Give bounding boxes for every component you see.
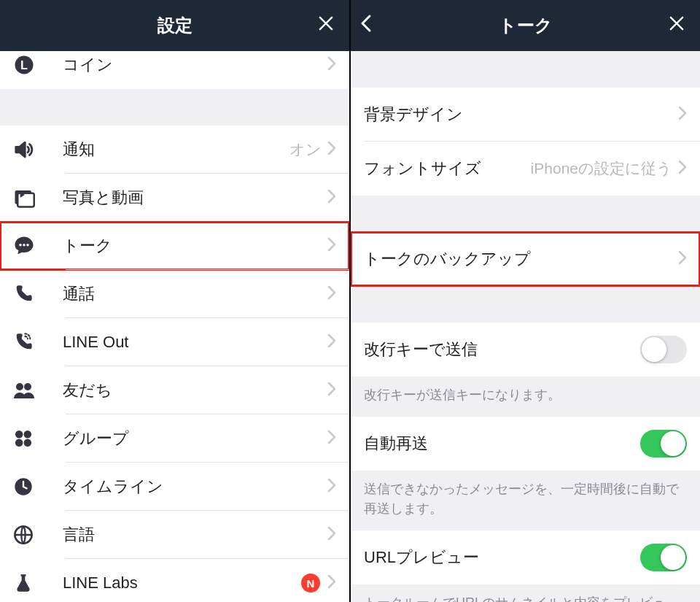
svg-point-6	[23, 244, 26, 247]
close-icon[interactable]	[666, 13, 687, 38]
footer-urlpreview: トークルームでURLのサムネイルと内容をプレビュ	[351, 584, 700, 602]
chevron-right-icon	[678, 250, 687, 268]
svg-point-5	[19, 244, 22, 247]
chevron-right-icon	[327, 430, 336, 447]
group-icon	[13, 428, 63, 449]
row-lineout[interactable]: LINE Out	[0, 318, 349, 366]
row-urlpreview-label: URLプレビュー	[364, 547, 640, 568]
row-call-label: 通話	[63, 283, 327, 305]
clock-icon	[13, 476, 63, 497]
row-timeline[interactable]: タイムライン	[0, 463, 349, 511]
toggle-enter-send[interactable]	[640, 336, 687, 363]
chevron-right-icon	[327, 478, 336, 495]
chevron-right-icon	[678, 160, 687, 177]
chevron-right-icon	[327, 382, 336, 399]
settings-pane: 設定 L コイン 通知 オン	[0, 0, 349, 602]
row-coin[interactable]: L コイン	[0, 51, 349, 89]
settings-title: 設定	[158, 14, 192, 37]
row-fontsize-value: iPhoneの設定に従う	[531, 158, 672, 179]
chevron-right-icon	[327, 237, 336, 255]
row-friends[interactable]: 友だち	[0, 366, 349, 414]
svg-text:L: L	[20, 58, 28, 72]
row-labs[interactable]: LINE Labs N	[0, 559, 349, 602]
chevron-right-icon	[327, 189, 336, 207]
footer-enter-send: 改行キーが送信キーになります。	[351, 377, 700, 417]
back-icon[interactable]	[359, 13, 374, 38]
talk-pane: トーク 背景デザイン フォントサイズ iPhoneの設定に従う トークのバックア…	[351, 0, 700, 602]
new-badge: N	[301, 574, 320, 593]
row-enter-send-label: 改行キーで送信	[364, 339, 640, 360]
speaker-icon	[13, 139, 63, 161]
globe-icon	[13, 525, 63, 545]
svg-rect-3	[18, 193, 34, 207]
toggle-urlpreview[interactable]	[640, 544, 687, 571]
row-talk[interactable]: トーク	[0, 222, 349, 270]
photo-icon	[13, 187, 63, 209]
coin-icon: L	[13, 54, 63, 76]
svg-point-13	[24, 439, 32, 447]
talk-title: トーク	[499, 14, 553, 37]
settings-content: L コイン 通知 オン 写真と動画	[0, 51, 349, 602]
row-timeline-label: タイムライン	[63, 476, 327, 498]
flask-icon	[13, 573, 63, 593]
row-coin-label: コイン	[63, 54, 327, 76]
row-urlpreview[interactable]: URLプレビュー	[351, 530, 700, 584]
chevron-right-icon	[327, 285, 336, 303]
chevron-right-icon	[327, 526, 336, 544]
svg-point-7	[26, 244, 29, 247]
chevron-right-icon	[327, 333, 336, 351]
svg-point-11	[24, 431, 32, 439]
row-bgdesign[interactable]: 背景デザイン	[351, 88, 700, 142]
row-group-label: グループ	[63, 428, 327, 449]
chevron-right-icon	[327, 141, 336, 158]
row-group[interactable]: グループ	[0, 414, 349, 463]
row-backup-label: トークのバックアップ	[364, 248, 678, 270]
row-autoresend-label: 自動再送	[364, 433, 640, 455]
row-photovideo[interactable]: 写真と動画	[0, 174, 349, 222]
talk-content: 背景デザイン フォントサイズ iPhoneの設定に従う トークのバックアップ 改…	[351, 51, 700, 602]
row-bgdesign-label: 背景デザイン	[364, 104, 678, 126]
row-photovideo-label: 写真と動画	[63, 187, 327, 209]
chevron-right-icon	[327, 574, 336, 592]
talk-header: トーク	[351, 0, 700, 51]
row-lineout-label: LINE Out	[63, 333, 327, 352]
row-autoresend[interactable]: 自動再送	[351, 417, 700, 471]
chevron-right-icon	[327, 56, 336, 74]
toggle-autoresend[interactable]	[640, 430, 687, 458]
row-call[interactable]: 通話	[0, 270, 349, 318]
row-notify-value: オン	[289, 139, 322, 160]
svg-point-12	[15, 439, 23, 447]
row-fontsize-label: フォントサイズ	[364, 158, 531, 180]
row-fontsize[interactable]: フォントサイズ iPhoneの設定に従う	[351, 142, 700, 196]
row-notify[interactable]: 通知 オン	[0, 126, 349, 174]
phone-icon	[13, 284, 63, 304]
row-enter-send[interactable]: 改行キーで送信	[351, 323, 700, 377]
svg-point-8	[16, 383, 23, 390]
row-friends-label: 友だち	[63, 379, 327, 401]
chat-icon	[13, 235, 63, 257]
settings-header: 設定	[0, 0, 349, 51]
row-talk-label: トーク	[63, 235, 327, 257]
row-notify-label: 通知	[63, 139, 289, 161]
friends-icon	[13, 381, 63, 400]
svg-point-10	[15, 431, 23, 439]
svg-point-9	[24, 383, 31, 390]
phone-out-icon	[13, 332, 63, 352]
row-backup[interactable]: トークのバックアップ	[351, 232, 700, 286]
footer-autoresend: 送信できなかったメッセージを、一定時間後に自動で再送します。	[351, 471, 700, 530]
row-language[interactable]: 言語	[0, 511, 349, 559]
row-labs-label: LINE Labs	[63, 574, 301, 593]
row-language-label: 言語	[63, 524, 327, 546]
close-icon[interactable]	[316, 13, 336, 38]
chevron-right-icon	[678, 106, 687, 123]
